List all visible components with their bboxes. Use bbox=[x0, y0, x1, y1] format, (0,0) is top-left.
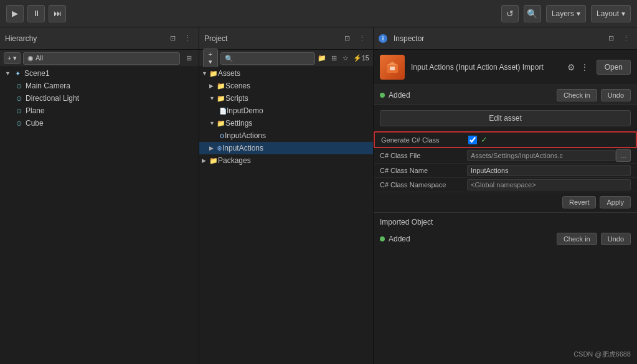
inputactions1-label: InputActions bbox=[225, 131, 266, 140]
directional-light-label: Directional Light bbox=[26, 94, 79, 103]
generate-class-checkbox[interactable] bbox=[468, 136, 477, 144]
asset-large-icon bbox=[380, 55, 405, 80]
project-inputactions-2[interactable]: ▶ ⚙ InputActions bbox=[199, 142, 373, 154]
step-button[interactable]: ⏭ bbox=[49, 5, 66, 22]
apply-button[interactable]: Apply bbox=[600, 196, 631, 208]
imported-added-label: Added bbox=[389, 235, 410, 243]
class-name-label: C# Class Name bbox=[380, 167, 467, 174]
hierarchy-more-icon[interactable]: ⋮ bbox=[181, 32, 194, 45]
class-namespace-value: <Global namespace> bbox=[467, 179, 631, 190]
class-namespace-row: C# Class Namespace <Global namespace> bbox=[374, 178, 637, 192]
plane-icon: ⊙ bbox=[14, 106, 24, 116]
search-icon[interactable]: 🔍 bbox=[524, 5, 541, 22]
project-inputdemo[interactable]: 📄 InputDemo bbox=[199, 105, 373, 117]
top-toolbar: ▶ ⏸ ⏭ ↺ 🔍 Layers ▾ Layout ▾ bbox=[0, 0, 637, 27]
project-lock-icon[interactable]: ⊡ bbox=[341, 32, 353, 45]
imported-section: Imported Object Added Check in Undo bbox=[374, 212, 637, 251]
imported-check-in-button[interactable]: Check in bbox=[557, 233, 597, 245]
open-button[interactable]: Open bbox=[597, 60, 631, 75]
project-folder-icon[interactable]: 📁 bbox=[318, 52, 327, 65]
hierarchy-header-right: ⊡ ⋮ bbox=[166, 32, 194, 45]
project-more-icon[interactable]: ⋮ bbox=[356, 32, 368, 45]
project-scripts-folder[interactable]: ▼ 📁 Scripts bbox=[199, 92, 373, 105]
hierarchy-cube[interactable]: ⊙ Cube bbox=[0, 117, 199, 129]
inspector-more2-icon[interactable]: ⋮ bbox=[579, 61, 590, 73]
scene1-icon: ✦ bbox=[12, 68, 22, 78]
svg-marker-1 bbox=[387, 62, 398, 65]
watermark: CSDN @肥虎6688 bbox=[573, 350, 631, 359]
play-button[interactable]: ▶ bbox=[6, 5, 24, 22]
assets-arrow: ▼ bbox=[202, 70, 209, 77]
generate-class-row: Generate C# Class ✓ bbox=[374, 131, 637, 148]
inspector-info-icon: i bbox=[379, 34, 387, 43]
check-in-button[interactable]: Check in bbox=[557, 89, 597, 101]
hierarchy-title: Hierarchy bbox=[5, 34, 37, 43]
imported-undo-button[interactable]: Undo bbox=[601, 233, 631, 245]
imported-status-dot bbox=[380, 236, 385, 241]
main-camera-label: Main Camera bbox=[26, 82, 70, 90]
project-inputactions-1[interactable]: ⚙ InputActions bbox=[199, 129, 373, 142]
main-camera-icon: ⊙ bbox=[14, 81, 24, 91]
project-search-input[interactable] bbox=[220, 52, 315, 65]
scene1-label: Scene1 bbox=[24, 69, 50, 78]
asset-title: Input Actions (Input Action Asset) Impor… bbox=[411, 63, 560, 72]
class-name-value: InputActions bbox=[467, 165, 631, 176]
hierarchy-scene1[interactable]: ▼ ✦ Scene1 bbox=[0, 67, 199, 80]
project-settings-folder[interactable]: ▼ 📁 Settings bbox=[199, 117, 373, 129]
added-label: Added bbox=[389, 91, 410, 100]
project-badge: ⚡15 bbox=[353, 54, 369, 62]
inspector-settings-icon[interactable]: ⚙ bbox=[566, 61, 577, 73]
assets-label: Assets bbox=[218, 69, 240, 78]
edit-asset-button[interactable]: Edit asset bbox=[380, 110, 631, 126]
inspector-lock-icon[interactable]: ⊡ bbox=[605, 32, 617, 45]
project-filter-icon[interactable]: ⊞ bbox=[329, 52, 339, 65]
browse-button[interactable]: … bbox=[616, 149, 631, 162]
project-add-button[interactable]: + ▾ bbox=[203, 49, 218, 68]
inspector-title: Inspector bbox=[394, 34, 424, 43]
hierarchy-search-input[interactable] bbox=[23, 52, 180, 65]
hierarchy-directional-light[interactable]: ⊙ Directional Light bbox=[0, 92, 199, 105]
project-star-icon[interactable]: ☆ bbox=[341, 52, 351, 65]
layout-dropdown[interactable]: Layout ▾ bbox=[591, 5, 631, 22]
inspector-panel: i Inspector ⊡ ⋮ Input Actions (Input Act… bbox=[374, 27, 637, 364]
scripts-folder-icon: 📁 bbox=[217, 95, 225, 103]
history-icon[interactable]: ↺ bbox=[501, 5, 519, 22]
dir-light-icon: ⊙ bbox=[14, 93, 24, 103]
inputactions1-icon: ⚙ bbox=[219, 133, 225, 139]
plane-label: Plane bbox=[26, 106, 45, 115]
project-assets-folder[interactable]: ▼ 📁 Assets bbox=[199, 67, 373, 80]
project-header: Project ⊡ ⋮ bbox=[199, 27, 373, 50]
asset-title-area: Input Actions (Input Action Asset) Impor… bbox=[411, 63, 560, 72]
project-toolbar: + ▾ 📁 ⊞ ☆ ⚡15 bbox=[199, 50, 373, 67]
hierarchy-add-button[interactable]: + ▾ bbox=[4, 52, 21, 64]
inputactions2-arrow: ▶ bbox=[209, 145, 217, 151]
hierarchy-main-camera[interactable]: ⊙ Main Camera bbox=[0, 80, 199, 92]
added-status-dot bbox=[380, 93, 385, 98]
project-scenes-folder[interactable]: ▶ 📁 Scenes bbox=[199, 80, 373, 92]
inspector-header: i Inspector ⊡ ⋮ bbox=[374, 27, 637, 50]
scenes-folder-icon: 📁 bbox=[217, 82, 225, 90]
project-packages-folder[interactable]: ▶ 📁 Packages bbox=[199, 154, 373, 167]
generate-checkbox-area: ✓ bbox=[468, 134, 488, 146]
pause-button[interactable]: ⏸ bbox=[27, 5, 45, 22]
svg-rect-2 bbox=[390, 67, 395, 70]
project-header-right: ⊡ ⋮ bbox=[341, 32, 368, 45]
layers-label: Layers bbox=[552, 9, 574, 18]
inputdemo-icon: 📄 bbox=[219, 108, 227, 114]
main-layout: Hierarchy ⊡ ⋮ + ▾ ⊞ ▼ ✦ Scene1 ⊙ Main bbox=[0, 27, 637, 364]
hierarchy-lock-icon[interactable]: ⊡ bbox=[166, 32, 179, 45]
generate-class-label: Generate C# Class bbox=[381, 136, 468, 144]
cube-icon: ⊙ bbox=[14, 118, 24, 128]
asset-header: Input Actions (Input Action Asset) Impor… bbox=[374, 50, 637, 85]
undo-button[interactable]: Undo bbox=[601, 89, 631, 101]
hierarchy-header: Hierarchy ⊡ ⋮ bbox=[0, 27, 199, 50]
hierarchy-plane[interactable]: ⊙ Plane bbox=[0, 105, 199, 117]
layers-dropdown[interactable]: Layers ▾ bbox=[546, 5, 586, 22]
inspector-more-icon[interactable]: ⋮ bbox=[620, 32, 632, 45]
inspector-header-right: ⊡ ⋮ bbox=[605, 32, 632, 45]
revert-button[interactable]: Revert bbox=[562, 196, 596, 208]
scripts-label: Scripts bbox=[225, 94, 248, 103]
inspector-content: Input Actions (Input Action Asset) Impor… bbox=[374, 50, 637, 364]
layout-dropdown-arrow: ▾ bbox=[621, 9, 625, 18]
hierarchy-filter-icon[interactable]: ⊞ bbox=[182, 52, 195, 65]
